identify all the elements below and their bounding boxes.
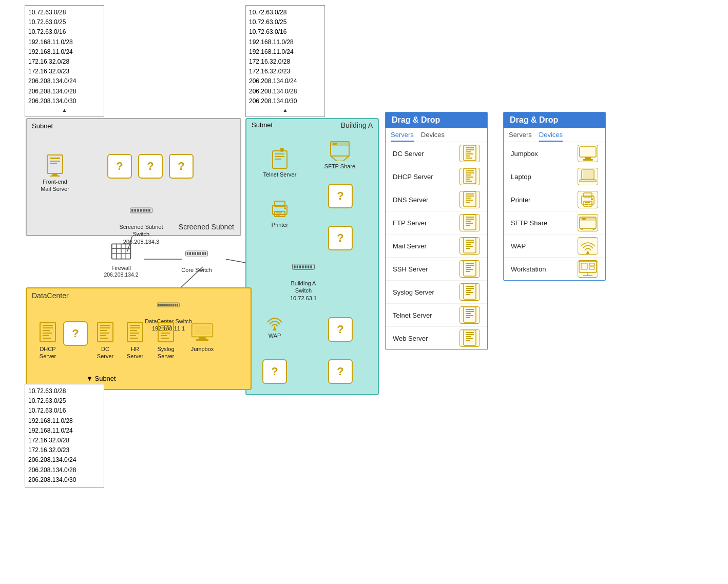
- svg-rect-145: [466, 240, 474, 241]
- device-printer[interactable]: Printer: [262, 197, 298, 228]
- dnd-right-item-jumpbox[interactable]: Jumpbox: [504, 142, 605, 165]
- device-telnet-server[interactable]: Telnet Server: [262, 147, 298, 178]
- subnet-dropdown-topcenter[interactable]: 10.72.63.0/28 10.72.63.0/25 10.72.63.0/1…: [245, 5, 325, 117]
- dnd-left-item-telnet-server[interactable]: Telnet Server: [386, 304, 487, 327]
- svg-rect-128: [466, 174, 471, 176]
- dnd-right-item-laptop[interactable]: Laptop: [504, 165, 605, 188]
- qbox-2[interactable]: ?: [138, 154, 163, 179]
- svg-rect-51: [294, 265, 295, 268]
- svg-rect-136: [466, 200, 473, 201]
- svg-rect-123: [466, 155, 470, 157]
- qbox-ba-4[interactable]: ?: [262, 359, 287, 384]
- svg-rect-158: [466, 288, 474, 289]
- dnd-left-item-dns-server[interactable]: DNS Server: [386, 188, 487, 211]
- svg-point-184: [591, 198, 593, 200]
- svg-rect-40: [333, 143, 337, 145]
- device-unknown-ba-2[interactable]: ?: [322, 226, 358, 250]
- svg-rect-146: [466, 242, 474, 243]
- svg-rect-134: [466, 196, 474, 197]
- hr-server-label: HRServer: [127, 345, 143, 360]
- svg-rect-22: [52, 173, 58, 176]
- svg-rect-74: [204, 252, 206, 255]
- dnd-right-item-sftp[interactable]: SFTP Share: [504, 211, 605, 235]
- svg-rect-181: [584, 201, 592, 206]
- datacenter-switch-icon: [157, 294, 180, 316]
- qbox-dc-1[interactable]: ?: [63, 321, 88, 346]
- dnd-right-tab-servers[interactable]: Servers: [509, 130, 532, 142]
- device-firewall[interactable]: Firewall 206.208.134.2: [101, 240, 142, 278]
- qbox-3[interactable]: ?: [169, 154, 194, 179]
- dnd-right-item-workstation[interactable]: Workstation: [504, 258, 605, 280]
- svg-rect-172: [466, 338, 473, 339]
- syslog-server-label: SyslogServer: [157, 345, 174, 360]
- svg-rect-106: [130, 338, 138, 339]
- svg-rect-84: [175, 304, 176, 306]
- device-jumpbox[interactable]: Jumpbox: [182, 321, 223, 353]
- subnet-option: 206.208.134.0/30: [28, 96, 101, 106]
- dnd-right-item-wap[interactable]: WAP: [504, 235, 605, 258]
- svg-rect-108: [161, 325, 171, 326]
- dnd-right-tab-devices[interactable]: Devices: [539, 130, 563, 142]
- svg-rect-19: [50, 158, 60, 159]
- svg-rect-115: [194, 325, 211, 335]
- dnd-jumpbox-icon: [578, 145, 598, 162]
- device-syslog-server[interactable]: SyslogServer: [148, 321, 184, 360]
- device-core-switch[interactable]: Core Switch: [163, 242, 230, 274]
- dnd-left-item-ssh-server[interactable]: SSH Server: [386, 258, 487, 281]
- dnd-web-server-icon: [459, 329, 480, 347]
- dnd-left-item-dc-server[interactable]: DC Server: [386, 142, 487, 165]
- svg-rect-141: [466, 221, 471, 222]
- qbox-ba-2[interactable]: ?: [328, 226, 353, 250]
- device-unknown-ba-4[interactable]: ?: [257, 359, 293, 384]
- device-unknown-ba-1[interactable]: ?: [322, 184, 358, 208]
- device-unknown-ba-5[interactable]: ?: [322, 359, 358, 384]
- dnd-left-item-dhcp-server[interactable]: DHCP Server: [386, 165, 487, 188]
- svg-rect-137: [466, 202, 470, 203]
- qbox-ba-5[interactable]: ?: [328, 359, 353, 384]
- dnd-laptop-icon: [578, 168, 598, 185]
- svg-rect-94: [100, 325, 110, 326]
- dnd-right-header: Drag & Drop: [504, 112, 605, 128]
- device-unknown-ba-3[interactable]: ?: [322, 317, 358, 342]
- device-wap[interactable]: WAP: [257, 308, 293, 339]
- zone-building-a-label: Building A: [341, 121, 373, 129]
- dhcp-server-label: DHCPServer: [40, 345, 56, 360]
- dnd-left-item-web-server[interactable]: Web Server: [386, 327, 487, 349]
- svg-rect-165: [466, 313, 471, 314]
- dnd-right-tabs: Servers Devices: [504, 128, 605, 142]
- device-screened-switch[interactable]: Screened SubnetSwitch206.208.134.3: [108, 199, 175, 245]
- subnet-option: 10.72.63.0/25: [28, 396, 101, 406]
- device-sftp-share[interactable]: SFTP Share: [319, 139, 360, 170]
- device-building-a-switch[interactable]: Building ASwitch10.72.63.1: [275, 256, 332, 302]
- frontend-mail-label: Front-endMail Server: [41, 178, 69, 193]
- device-frontend-mail[interactable]: Front-endMail Server: [37, 154, 73, 193]
- dnd-left-item-ftp-server[interactable]: FTP Server: [386, 211, 487, 235]
- svg-rect-72: [200, 252, 201, 255]
- printer-icon: [269, 197, 291, 220]
- dnd-workstation-icon: [578, 260, 598, 278]
- qbox-1[interactable]: ?: [107, 154, 132, 179]
- dropdown-arrow-topleft[interactable]: ▲: [28, 106, 101, 114]
- dnd-left-tab-servers[interactable]: Servers: [391, 130, 414, 142]
- svg-rect-130: [466, 179, 470, 180]
- dnd-left-tab-devices[interactable]: Devices: [421, 130, 445, 142]
- subnet-dropdown-topleft[interactable]: 10.72.63.0/28 10.72.63.0/25 10.72.63.0/1…: [25, 5, 104, 117]
- subnet-dropdown-bottomleft[interactable]: 10.72.63.0/28 10.72.63.0/25 10.72.63.0/1…: [25, 384, 104, 488]
- svg-rect-110: [161, 330, 168, 331]
- subnet-option: 206.208.134.0/30: [28, 475, 101, 485]
- dropdown-arrow-topcenter[interactable]: ▲: [249, 106, 321, 114]
- svg-rect-81: [168, 304, 170, 306]
- qbox-ba-1[interactable]: ?: [328, 184, 353, 208]
- subnet-option: 10.72.63.0/16: [249, 27, 321, 37]
- qbox-ba-3[interactable]: ?: [328, 317, 353, 342]
- subnet-option: 172.16.32.0/28: [28, 57, 101, 67]
- svg-line-42: [343, 156, 349, 161]
- svg-rect-127: [466, 172, 474, 173]
- device-unknown-3[interactable]: ?: [163, 154, 199, 179]
- dnd-syslog-server-icon: [459, 283, 480, 301]
- svg-rect-104: [130, 333, 139, 334]
- subnet-option: 172.16.32.0/23: [28, 67, 101, 76]
- dnd-left-item-syslog-server[interactable]: Syslog Server: [386, 281, 487, 304]
- dnd-right-item-printer[interactable]: Printer: [504, 188, 605, 211]
- dnd-left-item-mail-server[interactable]: Mail Server: [386, 235, 487, 258]
